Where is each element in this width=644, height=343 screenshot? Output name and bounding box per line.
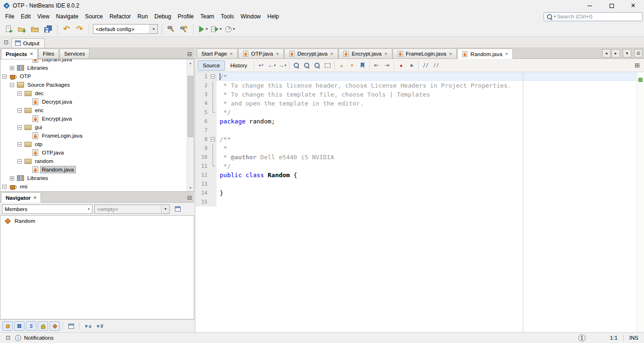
toggle-bookmark-button[interactable] bbox=[357, 60, 367, 70]
minimize-window-icon[interactable]: ⊟ bbox=[187, 51, 192, 57]
menu-item-help[interactable]: Help bbox=[264, 12, 282, 21]
scrollbar-track[interactable] bbox=[187, 66, 194, 184]
source-view-button[interactable]: Source bbox=[198, 60, 225, 71]
code-text[interactable]: * To change this license header, choose … bbox=[216, 81, 636, 90]
expander-collapse-icon[interactable]: − bbox=[10, 83, 14, 87]
forward-button[interactable]: →▾ bbox=[277, 60, 288, 70]
last-edit-button[interactable]: ↩ bbox=[256, 60, 266, 70]
maximize-document-button[interactable]: ⊡ bbox=[634, 49, 643, 57]
redo-button[interactable]: ↷ bbox=[74, 23, 86, 35]
menu-item-team[interactable]: Team bbox=[197, 12, 217, 21]
show-inherited-members-button[interactable] bbox=[2, 321, 13, 331]
sort-alphabetically-button[interactable]: ▼a bbox=[83, 321, 93, 331]
show-inner-classes-button[interactable] bbox=[50, 321, 60, 331]
line-number[interactable]: 14 bbox=[196, 188, 210, 197]
code-text[interactable]: } bbox=[216, 188, 636, 197]
code-text[interactable]: /** bbox=[216, 135, 636, 144]
tree-item-random-java[interactable]: Random.java bbox=[0, 165, 187, 174]
line-number[interactable]: 7 bbox=[196, 126, 210, 135]
line-number[interactable]: 6 bbox=[196, 117, 210, 126]
menu-item-debug[interactable]: Debug bbox=[151, 12, 174, 21]
scroll-tabs-left-button[interactable]: ◂ bbox=[602, 49, 611, 57]
expander-expand-icon[interactable]: + bbox=[10, 176, 14, 180]
line-number[interactable]: 12 bbox=[196, 171, 210, 180]
tab-encrypt-java[interactable]: Encrypt.java× bbox=[339, 49, 392, 58]
navigator-scope-combo[interactable]: <empty> ▾ bbox=[94, 204, 170, 214]
line-number[interactable]: 1 bbox=[196, 72, 210, 81]
open-project-button[interactable] bbox=[29, 23, 41, 35]
tree-item-encrypt-java[interactable]: Encrypt.java bbox=[0, 114, 187, 123]
shift-right-button[interactable]: ⇥ bbox=[382, 60, 392, 70]
uncomment-button[interactable]: // bbox=[431, 60, 441, 70]
code-text[interactable]: * @author Dell e5440 i5 NVIDIA bbox=[216, 153, 636, 162]
menu-item-profile[interactable]: Profile bbox=[174, 12, 197, 21]
menu-item-view[interactable]: View bbox=[34, 12, 53, 21]
line-number[interactable]: 15 bbox=[196, 197, 210, 206]
quick-search-box[interactable]: ▾ Search (Ctrl+I) bbox=[544, 12, 643, 21]
line-number[interactable]: 10 bbox=[196, 153, 210, 162]
expander-collapse-icon[interactable]: − bbox=[17, 142, 22, 147]
save-all-button[interactable] bbox=[42, 23, 54, 35]
new-project-button[interactable] bbox=[16, 23, 28, 35]
line-number[interactable]: 13 bbox=[196, 180, 210, 188]
menu-item-refactor[interactable]: Refactor bbox=[106, 12, 134, 21]
code-text[interactable]: * and open the template in the editor. bbox=[216, 99, 636, 108]
close-icon[interactable]: × bbox=[505, 51, 508, 57]
code-text[interactable] bbox=[216, 197, 636, 206]
minimize-window-icon[interactable]: ⊟ bbox=[187, 195, 192, 201]
close-icon[interactable]: × bbox=[276, 51, 279, 57]
undo-button[interactable]: ↶ bbox=[60, 23, 73, 35]
show-static-members-button[interactable]: S bbox=[26, 321, 36, 331]
navigator-view-combo[interactable]: Members ▾ bbox=[2, 204, 92, 214]
close-icon[interactable]: × bbox=[330, 51, 333, 57]
fold-collapse-icon[interactable]: − bbox=[211, 137, 215, 141]
tree-item-bayram-java[interactable]: Bayram.java bbox=[0, 59, 187, 64]
restore-group-button[interactable]: ⊡ bbox=[2, 38, 10, 47]
expander-collapse-icon[interactable]: − bbox=[17, 91, 22, 96]
tab-projects[interactable]: Projects× bbox=[1, 49, 38, 59]
code-lines[interactable]: 1−/*2 * To change this license header, c… bbox=[196, 72, 636, 332]
notifications-label[interactable]: Notifications bbox=[24, 335, 54, 341]
navigator-item-random[interactable]: Random bbox=[0, 217, 194, 225]
tree-scrollbar[interactable]: ▴ ▾ bbox=[187, 59, 194, 191]
code-text[interactable]: */ bbox=[216, 108, 636, 117]
code-text[interactable] bbox=[216, 180, 636, 188]
tree-item-otp[interactable]: −OTP bbox=[0, 72, 187, 81]
clean-build-project-button[interactable] bbox=[178, 23, 190, 35]
menu-item-file[interactable]: File bbox=[2, 12, 17, 21]
previous-bookmark-button[interactable]: ▲ bbox=[337, 60, 347, 70]
split-document-button[interactable]: ⊞ bbox=[632, 60, 642, 70]
navigator-settings-button[interactable] bbox=[173, 204, 183, 214]
profile-project-button[interactable]: ▾ bbox=[223, 23, 236, 35]
tab-otp-java[interactable]: OTP.java× bbox=[238, 49, 284, 58]
code-text[interactable] bbox=[216, 126, 636, 135]
expander-collapse-icon[interactable]: − bbox=[2, 185, 7, 189]
line-number[interactable]: 9 bbox=[196, 144, 210, 153]
show-non-public-members-button[interactable] bbox=[38, 321, 48, 331]
minimize-button[interactable] bbox=[579, 0, 601, 11]
tree-item-source-packages[interactable]: −Source Packages bbox=[0, 81, 187, 89]
line-number[interactable]: 4 bbox=[196, 99, 210, 108]
tab-decrypt-java[interactable]: Decrypt.java× bbox=[284, 49, 338, 58]
tree-item-libraries[interactable]: +Libraries bbox=[0, 174, 187, 182]
build-project-button[interactable] bbox=[165, 23, 177, 35]
maximize-button[interactable] bbox=[601, 0, 622, 11]
tree-item-gui[interactable]: −gui bbox=[0, 123, 187, 131]
tab-services[interactable]: Services bbox=[59, 49, 90, 58]
show-fields-button[interactable] bbox=[14, 321, 25, 331]
tab-framelogin-java[interactable]: FrameLogin.java× bbox=[393, 49, 457, 58]
code-editor[interactable]: 1−/*2 * To change this license header, c… bbox=[196, 72, 644, 332]
line-number[interactable]: 2 bbox=[196, 81, 210, 90]
comment-button[interactable]: // bbox=[421, 60, 430, 70]
start-macro-recording-button[interactable]: ● bbox=[396, 60, 406, 70]
tree-item-decrypt-java[interactable]: Decrypt.java bbox=[0, 98, 187, 106]
history-view-button[interactable]: History bbox=[225, 61, 252, 70]
scrollbar-thumb[interactable] bbox=[188, 76, 193, 137]
tab-navigator[interactable]: Navigator × bbox=[1, 192, 41, 203]
tree-item-dec[interactable]: −dec bbox=[0, 89, 187, 98]
menu-item-navigate[interactable]: Navigate bbox=[53, 12, 82, 21]
sort-by-source-button[interactable]: ▼# bbox=[94, 321, 105, 331]
close-button[interactable]: × bbox=[622, 0, 644, 11]
error-stripe[interactable] bbox=[636, 72, 644, 332]
code-text[interactable]: /* bbox=[216, 72, 636, 81]
